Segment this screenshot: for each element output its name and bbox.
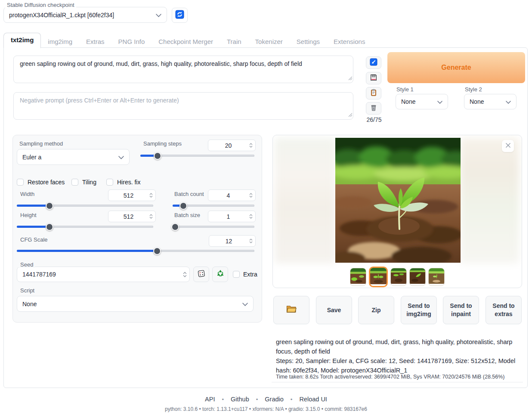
slider-thumb[interactable] — [153, 247, 161, 255]
footer-link-reload-ui[interactable]: Reload UI — [299, 396, 327, 403]
tab-extras[interactable]: Extras — [79, 35, 111, 48]
open-folder-button[interactable] — [273, 296, 309, 324]
stepper-icons[interactable] — [248, 239, 255, 243]
tab-train[interactable]: Train — [220, 35, 248, 48]
seed-input[interactable] — [17, 271, 182, 278]
style2-dropdown[interactable]: None — [464, 94, 517, 109]
tiling-checkbox[interactable] — [71, 179, 78, 186]
token-counter: 26/75 — [363, 116, 385, 123]
paste-generation-params-button[interactable] — [366, 56, 381, 69]
batch-size-field[interactable] — [208, 211, 256, 222]
batch-count-input[interactable] — [208, 192, 248, 199]
random-seed-button[interactable] — [193, 267, 209, 282]
extra-seed-checkbox[interactable] — [233, 271, 240, 278]
sampling-steps-label: Sampling steps — [143, 140, 182, 147]
footer-link-api[interactable]: API — [205, 396, 215, 403]
tab-img2img[interactable]: img2img — [41, 35, 79, 48]
script-dropdown[interactable]: None — [17, 296, 254, 312]
send-to-img2img-button[interactable]: Send to img2img — [401, 296, 437, 324]
gallery-thumbnail-1[interactable] — [350, 268, 366, 286]
batch-count-slider[interactable] — [173, 205, 254, 207]
cfg-scale-input[interactable] — [209, 238, 248, 245]
slider-thumb[interactable] — [46, 223, 53, 231]
seed-label: Seed — [19, 261, 35, 268]
generated-image[interactable] — [335, 138, 461, 263]
gallery-backdrop-left — [275, 138, 336, 264]
footer-links: API • Github • Gradio • Reload UI — [0, 396, 532, 403]
style2-value: None — [470, 98, 484, 105]
footer-link-gradio[interactable]: Gradio — [265, 396, 284, 403]
tab-settings[interactable]: Settings — [290, 35, 327, 48]
floppy-disk-icon — [370, 74, 377, 83]
slider-thumb[interactable] — [46, 202, 53, 210]
style1-value: None — [401, 98, 415, 105]
send-to-inpaint-label: Send to inpaint — [448, 302, 473, 318]
resize-handle-icon[interactable] — [348, 74, 352, 82]
height-slider[interactable] — [17, 226, 153, 228]
negative-prompt-input[interactable] — [13, 92, 353, 120]
sampling-steps-input[interactable] — [208, 142, 248, 149]
tab-tokenizer[interactable]: Tokenizer — [248, 35, 290, 48]
resize-handle-icon[interactable] — [348, 111, 352, 118]
height-field[interactable] — [108, 211, 156, 222]
sampling-method-dropdown[interactable]: Euler a — [17, 149, 130, 165]
zip-button[interactable]: Zip — [358, 296, 394, 324]
script-value: None — [22, 301, 37, 307]
batch-size-slider[interactable] — [173, 226, 254, 228]
restore-faces-checkbox[interactable] — [17, 179, 24, 186]
refresh-checkpoint-button[interactable] — [172, 8, 188, 23]
hires-fix-checkbox[interactable] — [106, 179, 113, 186]
send-to-inpaint-button[interactable]: Send to inpaint — [443, 296, 479, 324]
cfg-scale-field[interactable] — [209, 235, 256, 247]
cfg-scale-slider[interactable] — [17, 250, 254, 252]
stepper-icons[interactable] — [148, 193, 155, 198]
footer-versions: python: 3.10.6 • torch: 1.13.1+cu117 • x… — [0, 406, 532, 412]
apply-style-button[interactable] — [366, 87, 381, 99]
slider-thumb[interactable] — [154, 152, 161, 160]
tab-checkpoint-merger[interactable]: Checkpoint Merger — [152, 35, 220, 48]
tab-png-info[interactable]: PNG Info — [111, 35, 152, 48]
save-style-button[interactable] — [366, 72, 381, 84]
seed-field[interactable] — [17, 267, 190, 282]
batch-size-input[interactable] — [208, 213, 248, 220]
tab-extensions[interactable]: Extensions — [327, 35, 372, 48]
stepper-icons[interactable] — [248, 214, 255, 219]
gallery-thumbnail-3[interactable] — [390, 268, 407, 286]
checkpoint-dropdown[interactable]: protogenX34OfficialR_1.ckpt [60fe2f34] — [3, 7, 167, 23]
tab-txt2img[interactable]: txt2img — [3, 33, 41, 48]
gallery-thumbnail-4[interactable] — [409, 268, 426, 286]
reuse-seed-button[interactable] — [212, 267, 228, 282]
height-input[interactable] — [108, 213, 148, 220]
clear-prompt-button[interactable] — [366, 102, 381, 115]
close-gallery-button[interactable] — [502, 140, 514, 152]
stable-diffusion-webui: Stable Diffusion checkpoint protogenX34O… — [0, 0, 532, 416]
stepper-icons[interactable] — [248, 143, 255, 148]
send-to-extras-button[interactable]: Send to extras — [486, 296, 522, 324]
gallery-thumbnail-5[interactable] — [428, 268, 445, 286]
output-info-params: Steps: 20, Sampler: Euler a, CFG scale: … — [276, 356, 522, 376]
width-field[interactable] — [108, 189, 156, 201]
cfg-scale-label: CFG Scale — [20, 236, 48, 243]
paste-arrow-icon — [370, 58, 377, 68]
slider-thumb[interactable] — [179, 202, 187, 210]
chevron-down-icon — [118, 153, 124, 161]
batch-count-field[interactable] — [208, 189, 256, 201]
height-label: Height — [20, 212, 37, 218]
gallery-thumbnail-2-selected[interactable] — [369, 267, 388, 287]
output-info-performance: Time taken: 8.62s Torch active/reserved:… — [276, 374, 522, 380]
stepper-icons[interactable] — [248, 193, 255, 198]
sampling-steps-field[interactable] — [208, 140, 256, 151]
footer-link-github[interactable]: Github — [231, 396, 249, 403]
sampling-steps-slider[interactable] — [140, 155, 254, 157]
save-button[interactable]: Save — [316, 296, 352, 324]
width-input[interactable] — [108, 192, 148, 199]
width-slider[interactable] — [17, 205, 153, 207]
gallery-thumbnails — [273, 267, 522, 287]
stepper-icons[interactable] — [148, 214, 155, 219]
prompt-input[interactable]: green sapling rowing out of ground, mud,… — [13, 56, 353, 83]
dice-icon — [197, 269, 206, 279]
generate-button[interactable]: Generate — [387, 52, 525, 83]
stepper-icons[interactable] — [182, 272, 189, 277]
style1-dropdown[interactable]: None — [396, 94, 448, 109]
slider-thumb[interactable] — [171, 223, 179, 231]
